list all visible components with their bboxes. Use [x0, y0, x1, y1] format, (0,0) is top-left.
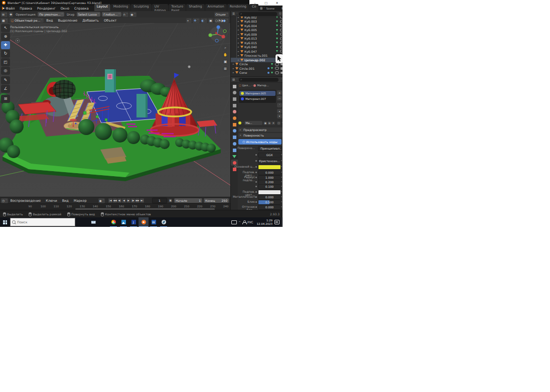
taskbar-clock[interactable]: 1:29 12.04.2023 [257, 219, 273, 225]
material-slot[interactable]: Материал.007 [239, 96, 276, 101]
outliner-display-mode-icon[interactable]: ☰ [232, 12, 235, 16]
surface-shader-menu[interactable]: Принципиал... [258, 146, 282, 151]
nodes-icon[interactable]: ⬡ [277, 121, 281, 125]
viewport-menu-Объект[interactable]: Объект [101, 19, 119, 23]
active-tool-move-icon[interactable]: ✚ [9, 12, 13, 17]
play-reverse-button[interactable]: ◀ [122, 198, 126, 203]
outliner-item[interactable]: ▸Куб.009 [231, 32, 283, 37]
property-color-swatch[interactable] [258, 165, 281, 170]
select-box-tool-icon[interactable]: ↖ [1, 24, 10, 32]
outliner-item[interactable]: ▸Куб.047 [231, 49, 283, 54]
material-sphere-icon[interactable] [238, 121, 241, 124]
mode-dropdown[interactable]: ◻Объектный ре...˅ [10, 18, 44, 23]
properties-tab-modifiers[interactable] [231, 128, 238, 134]
auto-keying-icon[interactable]: ◉˅ [98, 198, 105, 203]
decorator-dot-icon[interactable] [281, 191, 282, 192]
zoom-icon[interactable]: ⌕ [222, 45, 228, 51]
timeline-menu-Ключи[interactable]: Ключи [43, 199, 59, 203]
properties-tab-scene[interactable] [231, 109, 238, 115]
hidden-icons-chevron[interactable]: ^ [238, 220, 241, 224]
annotate-tool-icon[interactable]: ✎ [1, 76, 10, 84]
animate-dot-icon[interactable] [255, 172, 257, 173]
animate-dot-icon[interactable] [255, 166, 257, 168]
properties-editor-icon[interactable]: ▤ [232, 78, 235, 81]
properties-tab-view-layer[interactable] [231, 102, 238, 108]
decorator-dot-icon[interactable] [281, 186, 282, 187]
scene-icon[interactable]: ▤ [260, 7, 262, 10]
taskbar-app-word[interactable]: W [149, 217, 159, 227]
decorator-dot-icon[interactable] [281, 196, 282, 197]
touch-keyboard-icon[interactable] [231, 220, 237, 224]
decorator-dot-icon[interactable] [281, 181, 282, 182]
properties-tab-world[interactable] [231, 115, 238, 121]
outliner-item[interactable]: ▸Куб.005 [231, 28, 283, 33]
play-button[interactable]: ▶ [126, 198, 130, 203]
transform-tool-icon[interactable]: ◎ [1, 67, 10, 75]
close-button[interactable]: ✕ [271, 0, 283, 6]
start-button[interactable] [0, 217, 10, 227]
scene-selector[interactable]: Scene [266, 7, 274, 10]
property-value-field[interactable]: 0.100 [258, 184, 281, 189]
navigation-gizmo[interactable] [205, 24, 230, 44]
taskbar-app-chrome[interactable] [108, 217, 118, 227]
decorator-dot-icon[interactable] [281, 160, 282, 161]
property-dropdown[interactable]: Кристенсен... [258, 159, 281, 164]
maximize-button[interactable]: □ [260, 0, 271, 6]
show-desktop-button[interactable] [281, 217, 283, 227]
outliner-item[interactable]: ▸Цилиндр.002 [231, 58, 283, 62]
viewport-menu-Выделение[interactable]: Выделение [56, 19, 80, 23]
material-name-field[interactable]: Ма... [244, 121, 262, 125]
properties-tab-physics[interactable] [231, 141, 238, 147]
add-cube-tool-icon[interactable]: ⊞ [1, 95, 10, 103]
property-color-swatch[interactable] [258, 190, 281, 195]
action-center-icon[interactable] [274, 220, 280, 224]
taskbar-app-mail[interactable] [88, 217, 98, 227]
timeline-menu-Вид[interactable]: Вид [60, 199, 71, 203]
taskbar-app-task-view[interactable] [78, 217, 88, 227]
menu-Правка[interactable]: Правка [17, 7, 35, 11]
render-camera-icon[interactable] [281, 72, 283, 74]
timeline-menu-Маркер[interactable]: Маркер [71, 199, 89, 203]
taskbar-app-maps[interactable] [159, 217, 169, 227]
animate-dot-icon[interactable] [255, 160, 257, 162]
render-camera-icon[interactable] [281, 63, 283, 66]
visibility-eye-icon[interactable] [275, 71, 279, 74]
use-nodes-button[interactable]: ⬡Использовать ноды [238, 139, 282, 145]
move-tool-icon[interactable]: ✚ [1, 41, 10, 49]
next-frame-button[interactable]: |▶ [131, 198, 135, 203]
outliner-item[interactable]: ▸Circle [231, 62, 283, 67]
keying-set-icon[interactable]: ▣ [169, 199, 172, 202]
xray-toggle-icon[interactable]: ▣ [208, 18, 213, 23]
properties-tab-object[interactable] [231, 121, 238, 127]
animate-dot-icon[interactable] [255, 196, 257, 198]
outliner-item[interactable]: ▸Cone [231, 71, 283, 75]
taskbar-app-blender[interactable] [139, 217, 149, 227]
next-keyframe-button[interactable]: ▶▶ [135, 198, 140, 203]
jump-end-button[interactable]: ▶| [140, 198, 144, 203]
visibility-eye-icon[interactable] [275, 67, 279, 70]
properties-search-input[interactable]: ⌕ [239, 78, 279, 82]
prev-frame-button[interactable]: ◀| [117, 198, 121, 203]
decorator-dot-icon[interactable] [281, 166, 282, 167]
scale-tool-icon[interactable]: ◰ [1, 58, 10, 66]
property-value-field[interactable]: 0.500 [258, 200, 281, 205]
decorator-dot-icon[interactable] [281, 177, 282, 178]
copy-material-icon[interactable]: ⧉ [267, 121, 271, 125]
pan-hand-icon[interactable]: ✋ [222, 52, 228, 58]
animate-dot-icon[interactable] [255, 206, 257, 208]
remove-slot-button[interactable]: − [277, 96, 282, 100]
animate-dot-icon[interactable] [255, 177, 257, 178]
shading-mode-icons[interactable]: ○◔◑●˅ [214, 18, 229, 23]
slot-move-up-icon[interactable]: ▴ [277, 109, 282, 113]
snap-magnet-icon[interactable]: ∩˅ [122, 12, 129, 17]
timeline-editor-icon[interactable]: ◷˅ [1, 198, 8, 203]
animate-dot-icon[interactable] [255, 186, 257, 187]
animate-dot-icon[interactable] [255, 154, 257, 156]
outliner-item[interactable]: ▸Куб.004 [231, 24, 283, 28]
transform-orientation-icon[interactable]: ⌖˅ [186, 18, 192, 23]
overlays-toggle-icon[interactable]: ◐˅ [201, 18, 208, 23]
outliner-item[interactable]: ▸Circle.001 [231, 66, 283, 71]
panel-surface[interactable]: ▾Поверхность [238, 133, 283, 138]
gizmo-toggle-icon[interactable]: ✥˅ [193, 18, 199, 23]
frame-end-field[interactable]: Конец250 [204, 198, 229, 203]
